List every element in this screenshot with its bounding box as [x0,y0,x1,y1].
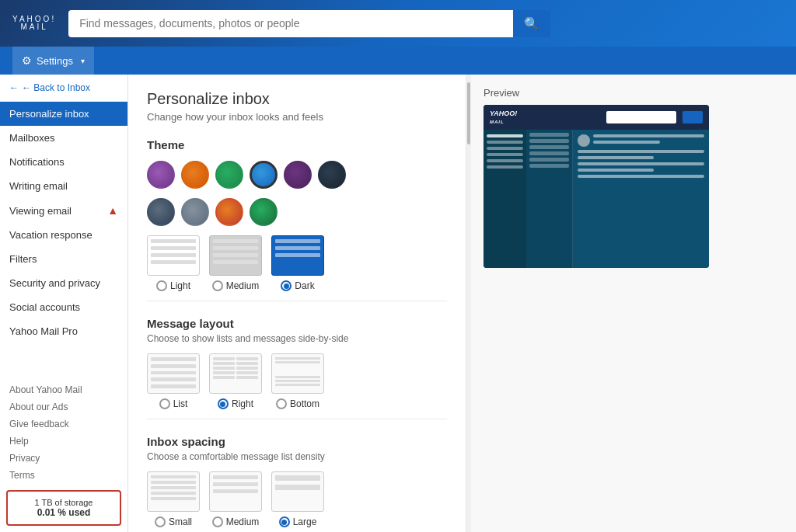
theme-photo4[interactable] [250,198,278,226]
sidebar-item-filters[interactable]: Filters [0,247,127,271]
theme-purple[interactable] [147,161,175,189]
preview-logo: YAHOO!MAIL [490,110,517,125]
search-input[interactable] [68,10,513,37]
message-layout-options: List Right [147,353,447,409]
theme-green[interactable] [215,161,243,189]
sidebar-item-security-privacy[interactable]: Security and privacy [0,271,127,295]
main-layout: ← ← Back to Inbox Personalize inbox Mail… [0,75,796,532]
theme-color-options [147,161,447,189]
sidebar-item-yahoo-mail-pro[interactable]: Yahoo Mail Pro [0,319,127,343]
divider2 [147,419,447,419]
preview-list-item [529,133,569,137]
preview-panel: Preview YAHOO!MAIL [471,75,796,532]
brightness-medium-option[interactable]: Medium [209,235,262,291]
brightness-dark-option[interactable]: Dark [271,235,324,291]
theme-dark-navy[interactable] [318,161,346,189]
back-arrow-icon: ← [9,82,19,93]
layout-list-option[interactable]: List [147,353,200,409]
sidebar-item-writing-email[interactable]: Writing email [0,174,127,198]
sidebar-item-vacation-response[interactable]: Vacation response [0,223,127,247]
preview-email [573,130,709,268]
preview-list-item [529,164,569,168]
chevron-down-icon: ▾ [81,57,85,65]
theme-blue[interactable] [250,161,278,189]
storage-box: 1 TB of storage 0.01 % used [6,490,121,526]
storage-usage: 0.01 % used [14,507,113,518]
brightness-light-option[interactable]: Light [147,235,200,291]
yahoo-logo: YAHOO! MAIL [12,16,56,31]
layout-right-option[interactable]: Right [209,353,262,409]
preview-topbar: YAHOO!MAIL [484,105,709,130]
spacing-options: Small Medium [147,471,447,527]
alert-icon: ▲ [107,204,118,217]
spacing-large-radio[interactable] [279,516,290,527]
scroll-thumb [467,82,470,144]
sidebar-item-mailboxes[interactable]: Mailboxes [0,126,127,150]
scroll-indicator[interactable] [466,75,471,532]
brightness-options: Light Medium [147,235,447,291]
preview-sidebar-line [487,141,523,144]
preview-list-item [529,151,569,155]
header: YAHOO! MAIL 🔍 [0,0,796,47]
sidebar-item-personalize-inbox[interactable]: Personalize inbox [0,102,127,126]
preview-list-item [529,145,569,149]
back-link-label: ← Back to Inbox [22,82,90,93]
page-title: Personalize inbox [147,90,447,108]
inbox-spacing-desc: Choose a comfortable message list densit… [147,451,447,462]
theme-photo1[interactable] [147,198,175,226]
preview-sidebar-line [487,134,523,137]
sidebar-item-social-accounts[interactable]: Social accounts [0,295,127,319]
help-link[interactable]: Help [0,433,127,450]
preview-main [526,130,709,268]
message-layout-title: Message layout [147,317,447,330]
settings-content: Personalize inbox Change how your inbox … [128,75,466,532]
brightness-light-radio[interactable] [156,280,167,291]
theme-photo-options [147,198,447,226]
sidebar-item-viewing-email[interactable]: Viewing email ▲ [0,198,127,223]
gear-icon: ⚙ [22,54,32,67]
theme-section-title: Theme [147,138,447,151]
preview-image: YAHOO!MAIL [484,105,709,268]
preview-list-item [529,139,569,143]
spacing-medium-option[interactable]: Medium [209,471,262,527]
layout-bottom-radio[interactable] [276,398,287,409]
spacing-small-radio[interactable] [155,516,166,527]
brightness-dark-radio[interactable] [281,280,292,291]
layout-list-radio[interactable] [159,398,170,409]
layout-right-radio[interactable] [218,398,229,409]
terms-link[interactable]: Terms [0,467,127,484]
brightness-medium-radio[interactable] [212,280,223,291]
preview-avatar-area [578,134,704,147]
divider1 [147,301,447,301]
about-yahoo-mail-link[interactable]: About Yahoo Mail [0,381,127,398]
preview-list-item [529,158,569,162]
preview-sidebar-line [487,159,523,162]
preview-sidebar [484,130,526,268]
preview-sidebar-line [487,147,523,150]
sidebar-item-notifications[interactable]: Notifications [0,150,127,174]
search-bar: 🔍 [68,10,550,37]
settings-tab[interactable]: ⚙ Settings ▾ [12,47,94,75]
preview-search-btn [683,111,703,123]
page-subtitle: Change how your inbox looks and feels [147,111,447,123]
message-layout-desc: Choose to show lists and messages side-b… [147,333,447,344]
search-button[interactable]: 🔍 [513,10,550,37]
privacy-link[interactable]: Privacy [0,450,127,467]
preview-search-bar [606,111,676,123]
theme-photo3[interactable] [215,198,243,226]
give-feedback-link[interactable]: Give feedback [0,416,127,433]
theme-dark-purple[interactable] [284,161,312,189]
layout-bottom-option[interactable]: Bottom [271,353,324,409]
preview-sidebar-line [487,153,523,156]
theme-orange[interactable] [181,161,209,189]
preview-avatar [578,134,590,147]
back-to-inbox-link[interactable]: ← ← Back to Inbox [0,75,127,102]
preview-label: Preview [484,87,784,99]
theme-photo2[interactable] [181,198,209,226]
spacing-small-option[interactable]: Small [147,471,200,527]
spacing-medium-radio[interactable] [212,516,223,527]
settings-bar: ⚙ Settings ▾ [0,47,796,75]
spacing-large-option[interactable]: Large [271,471,324,527]
sidebar: ← ← Back to Inbox Personalize inbox Mail… [0,75,128,532]
about-our-ads-link[interactable]: About our Ads [0,398,127,416]
